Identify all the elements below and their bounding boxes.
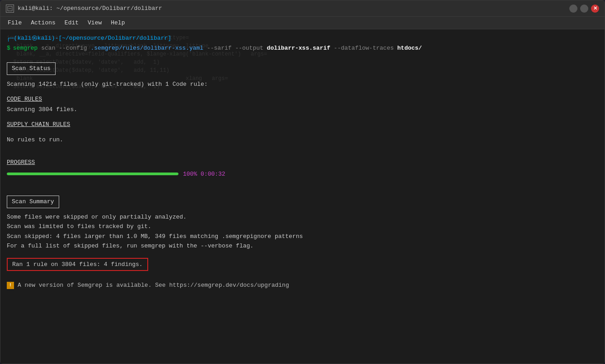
scan-summary-label: Scan Summary bbox=[12, 198, 54, 205]
progress-bar-fill bbox=[7, 173, 178, 175]
command-input-line: $ semgrep scan --config .semgrep/rules/d… bbox=[7, 44, 598, 53]
prompt-user-host: (kali㉿kali) bbox=[14, 34, 55, 43]
notice-line: ! A new version of Semgrep is available.… bbox=[7, 281, 598, 290]
progress-section: PROGRESS 100% 0:00:32 bbox=[7, 158, 598, 178]
supply-chain-underline: SUPPLY CHAIN RULES bbox=[7, 121, 70, 128]
progress-bar-row: 100% 0:00:32 bbox=[7, 170, 598, 179]
progress-label: PROGRESS bbox=[7, 158, 598, 167]
terminal-window: kali@kali: ~/opensource/Dolibarr/dolibar… bbox=[0, 0, 605, 364]
terminal-icon bbox=[6, 5, 14, 13]
no-rules-line: No rules to run. bbox=[7, 135, 598, 145]
findings-box: Ran 1 rule on 3804 files: 4 findings. bbox=[7, 258, 148, 271]
content-layer: ┌─ (kali㉿kali) - [~/opensource/Dolibarr/… bbox=[7, 34, 598, 290]
cmd-semgrep: semgrep bbox=[13, 44, 38, 53]
cmd-config-value: .semgrep/rules/dolibarr-xss.yaml bbox=[91, 44, 204, 53]
menu-file[interactable]: File bbox=[4, 19, 25, 27]
prompt-path: [~/opensource/Dolibarr/dolibarr] bbox=[58, 34, 171, 43]
cmd-htdocs: htdocs/ bbox=[397, 44, 422, 53]
prompt-open-bracket: ┌─ bbox=[7, 34, 14, 43]
minimize-button[interactable] bbox=[569, 5, 577, 13]
menu-actions[interactable]: Actions bbox=[27, 19, 59, 27]
menu-edit[interactable]: Edit bbox=[61, 19, 82, 27]
code-rules-scanning: Scanning 3804 files. bbox=[7, 105, 598, 114]
summary-line4: For a full list of skipped files, run se… bbox=[7, 242, 598, 251]
findings-text: Ran 1 rule on 3804 files: 4 findings. bbox=[12, 261, 143, 268]
cmd-dataflow-flag: --dataflow-traces bbox=[334, 44, 394, 53]
summary-line1: Some files were skipped or only partiall… bbox=[7, 213, 598, 222]
menu-view[interactable]: View bbox=[84, 19, 105, 27]
notice-icon: ! bbox=[7, 282, 14, 289]
menu-help[interactable]: Help bbox=[107, 19, 128, 27]
cmd-config-flag: --config bbox=[59, 44, 87, 53]
prompt-dollar: $ bbox=[7, 44, 10, 53]
maximize-button[interactable] bbox=[580, 5, 588, 13]
supply-chain-label: SUPPLY CHAIN RULES bbox=[7, 120, 598, 129]
title-bar: kali@kali: ~/opensource/Dolibarr/dolibar… bbox=[0, 0, 605, 17]
progress-percent-value: 100% bbox=[183, 171, 197, 177]
terminal-body[interactable]: input_type=blank, directive=yo, value=bl… bbox=[0, 29, 605, 364]
close-button[interactable]: ✕ bbox=[591, 5, 599, 13]
summary-line2: Scan was limited to files tracked by git… bbox=[7, 222, 598, 231]
scan-status-box: Scan Status bbox=[7, 62, 56, 75]
window-controls: ✕ bbox=[569, 5, 599, 13]
cmd-output-flag: --output bbox=[235, 44, 263, 53]
code-rules-label: CODE RULES bbox=[7, 95, 598, 104]
scan-status-line1: Scanning 14214 files (only git-tracked) … bbox=[7, 80, 598, 89]
cmd-sarif-flag: --sarif bbox=[207, 44, 232, 53]
progress-percent: 100% 0:00:32 bbox=[183, 170, 225, 179]
command-line: ┌─ (kali㉿kali) - [~/opensource/Dolibarr/… bbox=[7, 34, 598, 43]
title-bar-left: kali@kali: ~/opensource/Dolibarr/dolibar… bbox=[6, 5, 162, 13]
progress-time-value: 0:00:32 bbox=[201, 171, 225, 177]
menu-bar: File Actions Edit View Help bbox=[0, 17, 605, 29]
scan-status-label: Scan Status bbox=[12, 65, 51, 72]
cmd-output-value: dolibarr-xss.sarif bbox=[267, 44, 330, 53]
cmd-scan: scan bbox=[41, 44, 55, 53]
progress-bar-background bbox=[7, 173, 178, 175]
summary-line3: Scan skipped: 4 files larger than 1.0 MB… bbox=[7, 232, 598, 241]
prompt-separator: - bbox=[55, 34, 59, 43]
code-rules-underline: CODE RULES bbox=[7, 96, 42, 103]
scan-summary-box: Scan Summary bbox=[7, 196, 59, 208]
window-title: kali@kali: ~/opensource/Dolibarr/dolibar… bbox=[18, 5, 162, 12]
notice-text: A new version of Semgrep is available. S… bbox=[18, 281, 289, 290]
